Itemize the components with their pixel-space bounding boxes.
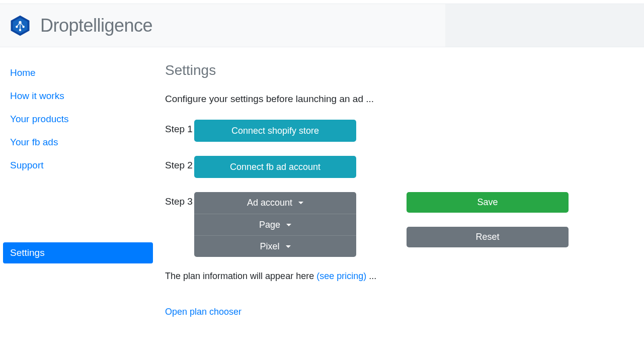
plan-text-prefix: The plan information will appear here bbox=[165, 271, 316, 281]
action-buttons-column: Save Reset bbox=[407, 192, 569, 247]
page-title: Settings bbox=[165, 62, 624, 78]
plan-info-text: The plan information will appear here (s… bbox=[165, 271, 624, 282]
nav-item-your-fb-ads[interactable]: Your fb ads bbox=[3, 132, 153, 153]
nav-item-your-products[interactable]: Your products bbox=[3, 109, 153, 130]
page-dropdown-label: Page bbox=[259, 220, 280, 230]
reset-button[interactable]: Reset bbox=[407, 227, 569, 247]
ad-account-dropdown-label: Ad account bbox=[247, 198, 292, 208]
chevron-down-icon bbox=[298, 202, 303, 204]
nav-item-home[interactable]: Home bbox=[3, 62, 153, 83]
see-pricing-link[interactable]: (see pricing) bbox=[316, 271, 366, 281]
step-1-row: Step 1 Connect shopify store bbox=[165, 120, 624, 142]
nav-item-how-it-works[interactable]: How it works bbox=[3, 85, 153, 107]
chevron-down-icon bbox=[286, 245, 291, 248]
sidebar-nav: Home How it works Your products Your fb … bbox=[0, 62, 156, 317]
chevron-down-icon bbox=[286, 224, 291, 226]
connect-fb-ad-account-button[interactable]: Connect fb ad account bbox=[194, 156, 356, 178]
brand-title: Droptelligence bbox=[40, 15, 152, 36]
pixel-dropdown-label: Pixel bbox=[260, 241, 279, 252]
intro-text: Configure your settings before launching… bbox=[165, 94, 624, 105]
open-plan-chooser-link[interactable]: Open plan chooser bbox=[165, 307, 242, 317]
step-2-label: Step 2 bbox=[165, 156, 194, 171]
ad-account-dropdown[interactable]: Ad account bbox=[194, 192, 356, 214]
app-header: Droptelligence bbox=[0, 4, 644, 47]
nav-item-support[interactable]: Support bbox=[3, 155, 153, 176]
save-button[interactable]: Save bbox=[407, 192, 569, 213]
header-right-region bbox=[445, 4, 644, 47]
step-3-label: Step 3 bbox=[165, 192, 194, 207]
page-dropdown[interactable]: Page bbox=[194, 214, 356, 235]
step-2-row: Step 2 Connect fb ad account bbox=[165, 156, 624, 178]
body-wrap: Home How it works Your products Your fb … bbox=[0, 47, 644, 317]
droptelligence-logo-icon bbox=[9, 15, 31, 37]
step-3-row: Step 3 Ad account Page Pixel Save Reset bbox=[165, 192, 624, 257]
step-3-dropdowns: Ad account Page Pixel bbox=[194, 192, 356, 257]
step-1-label: Step 1 bbox=[165, 120, 194, 135]
window-top-border bbox=[0, 0, 644, 4]
nav-item-settings[interactable]: Settings bbox=[3, 242, 153, 263]
pixel-dropdown[interactable]: Pixel bbox=[194, 235, 356, 257]
connect-shopify-button[interactable]: Connect shopify store bbox=[194, 120, 356, 142]
nav-spacer bbox=[3, 178, 153, 242]
main-content: Settings Configure your settings before … bbox=[156, 62, 644, 317]
plan-text-suffix: ... bbox=[366, 271, 376, 281]
